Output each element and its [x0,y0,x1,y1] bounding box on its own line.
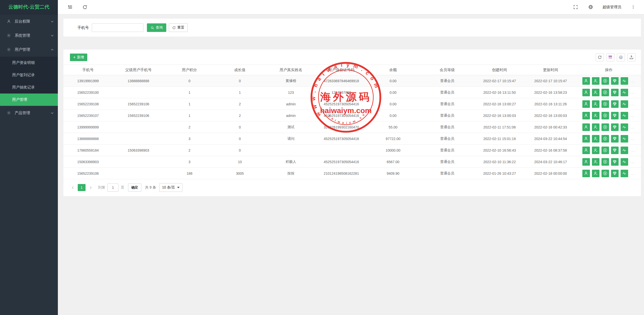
points-gem-button[interactable] [611,147,619,154]
more-actions-ellipsis[interactable]: ... [631,79,635,83]
activity-button[interactable] [621,112,628,119]
print-button[interactable] [617,53,625,61]
current-user-menu[interactable]: 超级管理员 [602,5,621,10]
more-actions-ellipsis[interactable]: ... [631,102,635,106]
query-button[interactable]: 查询 [147,23,166,32]
points-gem-button[interactable] [611,158,619,166]
export-button[interactable] [627,53,635,61]
more-actions-ellipsis[interactable]: ... [631,125,635,129]
user-team-button[interactable] [592,112,599,119]
table-cell: 15063398903 [112,145,164,156]
activity-button[interactable] [621,170,628,177]
user-detail-button[interactable] [582,89,590,96]
user-detail-button[interactable] [582,112,590,119]
sidebar-item-product-management[interactable]: 产品管理 [0,106,58,120]
next-page-button[interactable] [88,184,93,191]
user-team-button[interactable] [592,135,599,143]
table-cell: 210124198508162281 [317,168,366,179]
add-user-button[interactable]: + 新增 [70,54,87,61]
user-team-button[interactable] [592,170,599,177]
activity-button[interactable] [621,158,628,166]
activity-button[interactable] [621,135,628,143]
sidebar-item-user-management-active[interactable]: 用户管理 [0,94,58,106]
balance-button[interactable] [601,89,609,96]
balance-button[interactable] [601,100,609,108]
table-cell: 普通会员 [420,168,474,179]
yen-circle-icon [603,113,608,118]
sidebar-item-user-management[interactable]: 用户管理 [0,42,58,57]
points-gem-button[interactable] [611,100,619,108]
user-detail-button[interactable] [582,158,590,166]
more-actions-ellipsis[interactable]: ... [631,160,635,164]
balance-button[interactable] [601,112,609,119]
balance-button[interactable] [601,77,609,85]
user-detail-button[interactable] [582,77,590,85]
sidebar-item-user-funds-detail[interactable]: 用户资金明细 [0,57,58,69]
language-button[interactable] [587,4,594,10]
table-row: 156522391071565223910612admin45252519730… [63,110,641,121]
user-team-button[interactable] [592,158,599,166]
points-gem-button[interactable] [611,170,619,177]
goto-confirm-button[interactable]: 确定 [128,184,141,192]
more-menu-button[interactable] [630,4,636,10]
user-detail-button[interactable] [582,123,590,131]
user-detail-button[interactable] [582,100,590,108]
activity-button[interactable] [621,89,628,96]
more-actions-ellipsis[interactable]: ... [631,148,635,152]
activity-button[interactable] [621,100,628,108]
balance-button[interactable] [601,147,609,154]
table-cell: 2 [215,98,265,110]
user-team-button[interactable] [592,89,599,96]
balance-button[interactable] [601,135,609,143]
phone-search-input[interactable] [92,23,143,32]
gear-icon [7,47,11,52]
points-gem-button[interactable] [611,89,619,96]
collapse-sidebar-button[interactable] [67,4,73,10]
sidebar-item-user-lottery-records[interactable]: 用户抽奖记录 [0,81,58,94]
more-actions-ellipsis[interactable]: ... [631,114,635,118]
fullscreen-button[interactable] [572,4,579,10]
prev-page-button[interactable] [70,184,75,191]
points-gem-button[interactable] [611,77,619,85]
balance-button[interactable] [601,170,609,177]
user-team-button[interactable] [592,100,599,108]
page-number-button[interactable]: 1 [78,184,86,191]
page-size-select[interactable]: 10 条/页 [159,183,182,192]
goto-page-input[interactable] [107,184,118,192]
table-cell: 15652239106 [112,98,164,110]
activity-button[interactable] [621,147,628,154]
balance-button[interactable] [601,123,609,131]
activity-button[interactable] [621,77,628,85]
sidebar-item-backend-permissions[interactable]: 后台权限 [0,14,58,28]
user-detail-button[interactable] [582,147,590,154]
user-team-button[interactable] [592,123,599,131]
user-detail-button[interactable] [582,170,590,177]
points-gem-button[interactable] [611,135,619,143]
more-actions-ellipsis[interactable]: ... [631,137,635,141]
table-cell: 97722.00 [366,133,420,145]
table-body: 139199919991388888888800黄缘楷4728336978464… [63,75,641,179]
table-cell: 2022-02-16 13:58:23 [525,87,576,98]
refresh-table-button[interactable] [596,53,604,61]
balance-button[interactable] [601,158,609,166]
sidebar-item-user-checkin-records[interactable]: 用户签到记录 [0,69,58,81]
reset-button-label: 重置 [177,25,184,30]
filter-columns-button[interactable] [606,53,614,61]
table-cell [112,156,164,168]
reset-button[interactable]: 重置 [169,23,188,32]
search-icon [150,26,154,30]
refresh-page-button[interactable] [82,4,88,10]
goto-page-prefix: 到第 [98,185,105,190]
more-actions-ellipsis[interactable]: ... [631,91,635,95]
activity-button[interactable] [621,123,628,131]
table-cell: 0 [215,133,265,145]
user-team-button[interactable] [592,147,599,154]
total-count-label: 共 9 条 [145,185,156,190]
user-detail-button[interactable] [582,135,590,143]
sidebar-item-system-management[interactable]: 系统管理 [0,28,58,42]
more-actions-ellipsis[interactable]: ... [631,171,635,175]
points-gem-button[interactable] [611,112,619,119]
user-team-button[interactable] [592,77,599,85]
points-gem-button[interactable] [611,123,619,131]
gem-icon [612,159,617,164]
